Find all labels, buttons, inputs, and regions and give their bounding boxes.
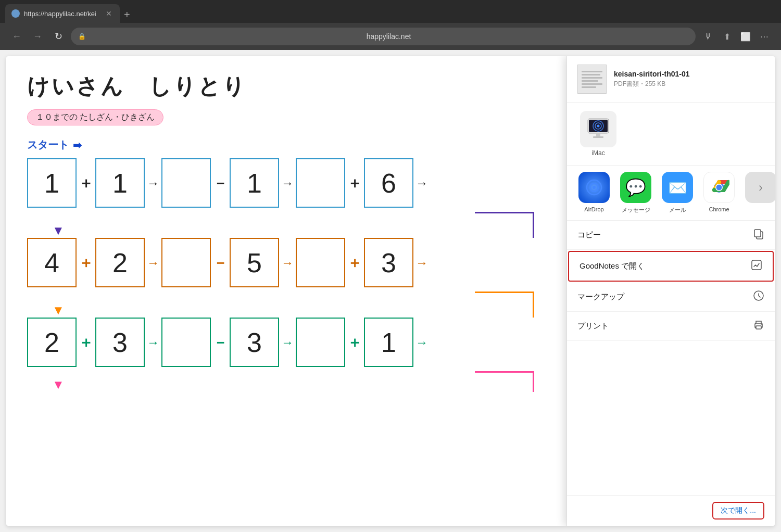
tabs-button[interactable]: ⬜: [737, 28, 754, 45]
math-box-1-2: 1: [95, 158, 145, 208]
action-list: コピー GoodNotes で開く: [567, 221, 775, 495]
share-button[interactable]: ⬆: [719, 28, 735, 45]
address-text: happylilac.net: [89, 32, 688, 41]
op-1-2: －: [213, 173, 228, 193]
svg-rect-5: [596, 133, 600, 136]
tab-close-button[interactable]: ✕: [104, 9, 114, 18]
connector-arrow-1: ▼: [52, 223, 65, 238]
airdrop-app-item[interactable]: AirDrop: [577, 172, 611, 212]
start-arrow: ➡: [73, 139, 82, 151]
chrome-label: Chrome: [709, 206, 729, 212]
arrow-2-1: →: [147, 256, 159, 270]
op-3-3: ＋: [347, 333, 362, 352]
op-1-1: ＋: [79, 173, 93, 193]
microphone-button[interactable]: 🎙: [700, 28, 716, 45]
more-app-item[interactable]: ›: [744, 172, 775, 203]
arrow-2-2: →: [281, 256, 294, 270]
arrow-1-2: →: [281, 176, 294, 191]
op-3-1: ＋: [79, 333, 93, 352]
goodnotes-action[interactable]: GoodNotes で開く: [568, 251, 774, 282]
copy-icon: [753, 228, 764, 242]
chrome-app-item[interactable]: Chrome: [702, 172, 736, 212]
math-box-3-2: 3: [95, 318, 145, 367]
address-bar[interactable]: 🔒 happylilac.net: [71, 28, 696, 45]
goodnotes-icon-svg: [751, 259, 762, 271]
share-thumbnail: [577, 65, 607, 94]
nav-bar: ← → ↻ 🔒 happylilac.net 🎙 ⬆ ⬜ ⋯: [0, 23, 781, 50]
thumb-line: [582, 86, 596, 88]
messages-app-item[interactable]: 💬 メッセージ: [619, 172, 652, 214]
refresh-button[interactable]: ↻: [50, 28, 67, 45]
markup-action[interactable]: マークアップ: [567, 283, 775, 312]
airdrop-imac-device[interactable]: iMac: [577, 111, 619, 157]
messages-label: メッセージ: [622, 206, 650, 214]
print-icon-svg: [753, 319, 764, 331]
share-filename: keisan-siritori-th01-01: [614, 70, 764, 78]
math-box-3-1: 2: [27, 318, 77, 367]
panel-footer: 次で開く...: [567, 495, 775, 526]
math-box-3-6: 1: [364, 318, 413, 367]
op-3-2: －: [213, 333, 228, 352]
white-page: なまえ がつ にち けいさん しりとり １０までの たしざん・ひきざん スタート…: [6, 56, 775, 526]
math-box-3-5: [296, 318, 345, 367]
math-box-1-3: [161, 158, 211, 208]
op-2-3: ＋: [347, 253, 362, 273]
goodnotes-label: GoodNotes で開く: [580, 261, 645, 271]
copy-action[interactable]: コピー: [567, 221, 775, 250]
math-box-3-3: [161, 318, 211, 367]
share-panel: keisan-siritori-th01-01 PDF書類・255 KB: [566, 56, 775, 526]
math-box-2-6: 3: [364, 238, 413, 287]
connector-arrow-3: ▼: [52, 377, 65, 392]
goodnotes-icon: [751, 259, 762, 273]
markup-icon-svg: [753, 290, 764, 301]
share-filetype: PDF書類・255 KB: [614, 80, 764, 88]
arrow-1-1: →: [147, 176, 159, 191]
tab-title: https://happylilac.net/kei: [24, 10, 100, 18]
active-tab[interactable]: https://happylilac.net/kei ✕: [5, 4, 120, 23]
nav-right-controls: 🎙 ⬆ ⬜ ⋯: [700, 28, 773, 45]
thumb-line: [582, 77, 602, 79]
messages-emoji: 💬: [625, 178, 646, 197]
math-box-1-1: 1: [27, 158, 77, 208]
math-box-1-6: 6: [364, 158, 413, 208]
mail-label: メール: [669, 206, 686, 214]
op-2-1: ＋: [79, 253, 93, 273]
thumb-line: [582, 80, 598, 82]
math-box-2-5: [296, 238, 345, 287]
chrome-icon-svg: [709, 177, 729, 198]
back-button[interactable]: ←: [8, 28, 25, 45]
print-action[interactable]: プリント: [567, 312, 775, 341]
svg-point-4: [597, 125, 600, 128]
print-icon: [753, 319, 764, 333]
browser-frame: https://happylilac.net/kei ✕ + ← → ↻ 🔒 h…: [0, 0, 781, 532]
arrow-3-1: →: [147, 335, 159, 350]
arrow-2-3: →: [415, 256, 428, 270]
messages-app-icon: 💬: [620, 172, 651, 203]
math-box-3-4: 3: [230, 318, 279, 367]
chrome-app-icon: [703, 172, 735, 203]
airdrop-app-icon: [578, 172, 610, 203]
more-button[interactable]: ⋯: [756, 28, 773, 45]
svg-rect-6: [593, 136, 603, 138]
apps-section: AirDrop 💬 メッセージ ✉️ メール: [567, 166, 775, 221]
forward-button[interactable]: →: [29, 28, 46, 45]
start-text: スタート: [27, 138, 69, 152]
op-1-3: ＋: [347, 173, 362, 193]
next-open-button[interactable]: 次で開く...: [712, 502, 764, 520]
mail-emoji: ✉️: [668, 179, 687, 197]
airdrop-label: AirDrop: [584, 206, 603, 212]
svg-point-9: [593, 186, 596, 189]
mail-app-item[interactable]: ✉️ メール: [661, 172, 694, 214]
arrow-1-3: →: [415, 176, 428, 191]
svg-rect-19: [756, 326, 761, 329]
math-box-2-2: 2: [95, 238, 145, 287]
math-box-2-4: 5: [230, 238, 279, 287]
copy-icon-svg: [753, 228, 764, 239]
page-content: なまえ がつ にち けいさん しりとり １０までの たしざん・ひきざん スタート…: [0, 50, 781, 532]
math-box-2-3: [161, 238, 211, 287]
connector-arrow-2: ▼: [52, 303, 65, 318]
new-tab-button[interactable]: +: [124, 9, 130, 21]
svg-point-20: [761, 324, 762, 325]
airdrop-icon-svg: [585, 178, 603, 197]
tab-favicon: [11, 9, 20, 18]
